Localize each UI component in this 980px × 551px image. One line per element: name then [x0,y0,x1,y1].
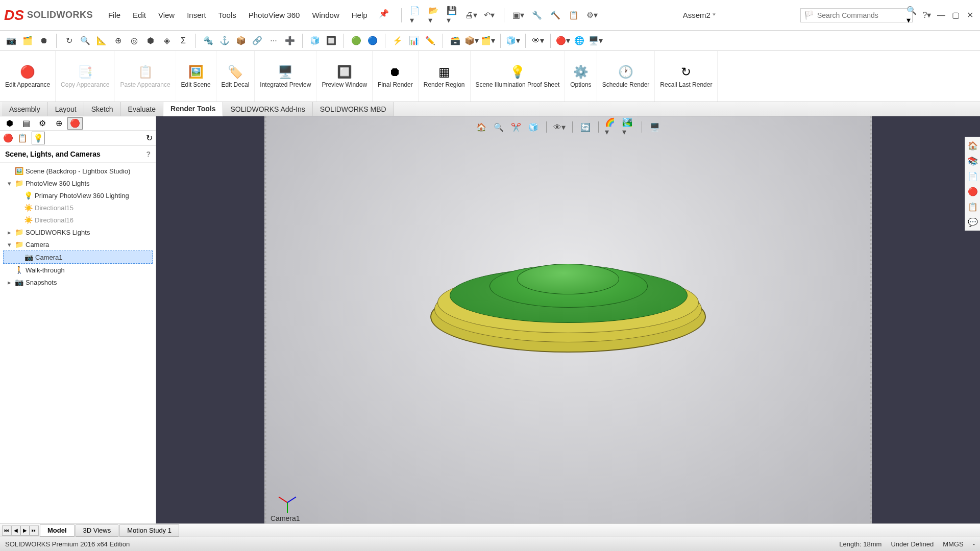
ft-scene-icon[interactable]: 🔴 [3,133,13,143]
tool5-icon[interactable]: ◎ [127,34,141,48]
tree-node[interactable]: ☀️Directional16 [3,214,153,226]
ribbon-final-render[interactable]: ⏺Final Render [373,51,419,102]
tab-mbd[interactable]: SOLIDWORKS MBD [313,102,394,116]
maximize-icon[interactable]: ▢ [949,9,962,21]
bottom-tab-motion[interactable]: Motion Study 1 [119,524,179,537]
ft-tab-property-icon[interactable]: ▤ [18,117,34,130]
rp-appear-icon[interactable]: 🔴 [966,185,979,198]
ft-tab-display-icon[interactable]: 🔴 [67,117,83,130]
tree-node[interactable]: ▸📁SOLIDWORKS Lights [3,226,153,238]
tool18-icon[interactable]: 🔵 [365,34,380,48]
tool11-icon[interactable]: 📦 [234,34,248,48]
vt-section-icon[interactable]: ✂️ [509,120,523,134]
tree-node[interactable]: 🚶Walk-through [3,264,153,276]
tree-toggle-icon[interactable]: ▾ [6,241,12,248]
tool7-icon[interactable]: ◈ [160,34,174,48]
tool24-icon[interactable]: 🗂️▾ [481,34,495,48]
menu-file[interactable]: File [103,9,126,21]
bottom-tab-model[interactable]: Model [40,524,75,537]
ft-tab-dimxpert-icon[interactable]: ⊕ [51,117,66,130]
ribbon-integrated-preview[interactable]: 🖥️Integrated Preview [255,51,316,102]
tool4-icon[interactable]: ⊕ [111,34,125,48]
help-icon[interactable]: ?▾ [921,9,933,21]
tool17-icon[interactable]: 🟢 [349,34,363,48]
tool12-icon[interactable]: 🔗 [250,34,264,48]
snapshot-icon[interactable]: 🗂️ [20,34,35,48]
ribbon-edit-scene[interactable]: 🖼️Edit Scene [176,51,216,102]
ribbon-scene-illum[interactable]: 💡Scene Illumination Proof Sheet [471,51,566,102]
nav-first-icon[interactable]: ⏮ [2,525,11,536]
tool3-icon[interactable]: 📐 [94,34,109,48]
tree-node[interactable]: 🖼️Scene (Backdrop - Lightbox Studio) [3,165,153,177]
tool15-icon[interactable]: 🧊 [308,34,322,48]
tool25-icon[interactable]: 🧊▾ [506,34,520,48]
ft-tab-feature-icon[interactable]: ⬢ [2,117,17,130]
ribbon-edit-decal[interactable]: 🏷️Edit Decal [216,51,255,102]
tool2-icon[interactable]: 🔍 [78,34,92,48]
tool23-icon[interactable]: 📦▾ [464,34,479,48]
search-input[interactable] [817,11,906,19]
ft-tab-config-icon[interactable]: ⚙ [35,117,50,130]
ft-decal-icon[interactable]: 📋 [17,133,28,143]
rp-prop-icon[interactable]: 📋 [966,200,979,213]
print-icon[interactable]: 🖨▾ [465,9,477,21]
rp-view-icon[interactable]: 📄 [966,169,979,183]
tool19-icon[interactable]: ⚡ [390,34,405,48]
close-icon[interactable]: ✕ [964,9,976,21]
tree-node[interactable]: 📷Camera1 [3,251,153,264]
minimize-icon[interactable]: — [935,9,947,21]
menu-insert[interactable]: Insert [182,9,211,21]
tab-assembly[interactable]: Assembly [2,102,48,116]
menu-help[interactable]: Help [347,9,373,21]
search-commands[interactable]: 🏳️ 🔍▾ [800,8,913,22]
vt-settings-icon[interactable]: 🖥️ [648,120,662,134]
ft-refresh-icon[interactable]: ↻ [146,133,153,143]
tree-node[interactable]: 💡Primary PhotoView 360 Lighting [3,189,153,202]
vt-rotate-icon[interactable]: 🔄 [579,120,592,134]
vt-orient-icon[interactable]: 🏠 [475,120,488,134]
tool29-icon[interactable]: 🖥️▾ [589,34,603,48]
tool10-icon[interactable]: ⚓ [217,34,232,48]
tree-toggle-icon[interactable]: ▸ [6,279,12,286]
tool26-icon[interactable]: 👁▾ [531,34,545,48]
tool6-icon[interactable]: ⬢ [143,34,158,48]
ribbon-recall-last[interactable]: ↻Recall Last Render [655,51,718,102]
rp-lib-icon[interactable]: 📚 [966,154,979,167]
tool20-icon[interactable]: 📊 [407,34,421,48]
menu-photoview[interactable]: PhotoView 360 [243,9,305,21]
tree-node[interactable]: ☀️Directional15 [3,202,153,214]
tab-evaluate[interactable]: Evaluate [121,102,163,116]
help-circle-icon[interactable]: ? [146,150,151,158]
save-icon[interactable]: 💾▾ [447,9,459,21]
nav-last-icon[interactable]: ⏭ [30,525,39,536]
rp-forum-icon[interactable]: 💬 [966,215,979,229]
tool13-icon[interactable]: ··· [266,34,281,48]
tree-toggle-icon[interactable]: ▸ [6,229,12,236]
status-extra[interactable]: - [973,540,975,548]
menu-edit[interactable]: Edit [128,9,151,21]
vt-display-icon[interactable]: 🧊 [527,120,540,134]
vt-zoom-icon[interactable]: 🔍 [492,120,505,134]
new-doc-icon[interactable]: 📄▾ [410,9,422,21]
tree-node[interactable]: ▸📷Snapshots [3,276,153,288]
pin-icon[interactable]: 📌 [379,9,389,21]
tool21-icon[interactable]: ✏️ [423,34,437,48]
settings-icon[interactable]: ⚙▾ [586,9,598,21]
tab-layout[interactable]: Layout [48,102,84,116]
tool16-icon[interactable]: 🔲 [324,34,338,48]
tab-render-tools[interactable]: Render Tools [163,102,223,116]
ft-lights-selected-icon[interactable]: 💡 [32,132,45,144]
tab-sketch[interactable]: Sketch [84,102,121,116]
menu-view[interactable]: View [153,9,180,21]
select-icon[interactable]: ▣▾ [512,9,525,21]
nav-next-icon[interactable]: ▶ [20,525,30,536]
undo-icon[interactable]: ↶▾ [483,9,496,21]
tree-toggle-icon[interactable]: ▾ [6,180,12,187]
tool1-icon[interactable]: ↻ [62,34,76,48]
tree-node[interactable]: ▾📁PhotoView 360 Lights [3,177,153,189]
ribbon-schedule-render[interactable]: 🕐Schedule Render [597,51,655,102]
tool8-icon[interactable]: Σ [176,34,190,48]
menu-tools[interactable]: Tools [213,9,241,21]
vt-hide-icon[interactable]: 👁▾ [553,120,566,134]
tool22-icon[interactable]: 🗃️ [448,34,462,48]
